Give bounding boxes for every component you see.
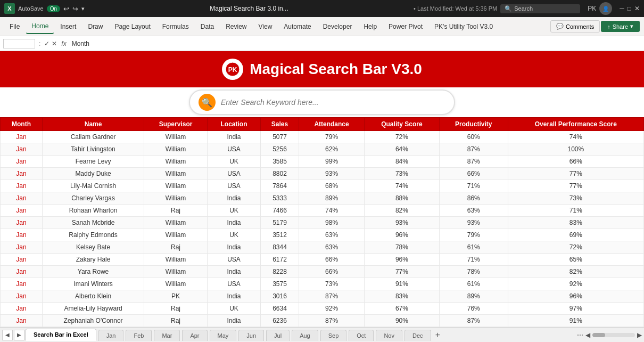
cell-r6-c8[interactable]: 71% [508,205,643,217]
cell-r4-c5[interactable]: 68% [299,180,365,192]
cell-r10-c4[interactable]: 6172 [260,254,299,266]
cell-r14-c7[interactable]: 76% [439,303,508,315]
tab-pk-utility[interactable]: PK's Utility Tool V3.0 [429,20,498,34]
cell-r12-c7[interactable]: 61% [439,278,508,290]
cell-r11-c6[interactable]: 77% [364,266,439,278]
tab-options-icon[interactable]: ⋯ [577,331,583,339]
tab-home[interactable]: Home [26,19,54,34]
cell-r4-c7[interactable]: 71% [439,180,508,192]
cell-r14-c4[interactable]: 6634 [260,303,299,315]
cell-r15-c2[interactable]: Raj [144,315,208,327]
cell-r10-c7[interactable]: 71% [439,254,508,266]
cell-r12-c4[interactable]: 3575 [260,278,299,290]
tab-view[interactable]: View [253,20,278,34]
cell-r3-c3[interactable]: USA [208,168,261,180]
cell-r9-c4[interactable]: 8344 [260,241,299,254]
cell-r2-c0[interactable]: Jan [1,156,43,168]
cell-r15-c5[interactable]: 87% [299,315,365,327]
col-header-overall-performance-score[interactable]: Overall Performance Score [508,118,643,131]
cell-r9-c0[interactable]: Jan [1,241,43,254]
sheet-tab-jul[interactable]: Jul [266,330,290,341]
cell-r15-c6[interactable]: 90% [364,315,439,327]
cell-r3-c2[interactable]: William [144,168,208,180]
cell-r15-c4[interactable]: 6236 [260,315,299,327]
cell-r3-c0[interactable]: Jan [1,168,43,180]
cell-r10-c5[interactable]: 66% [299,254,365,266]
cell-r9-c7[interactable]: 61% [439,241,508,254]
cell-r8-c6[interactable]: 96% [364,229,439,241]
cell-r6-c6[interactable]: 82% [364,205,439,217]
sheet-tab-apr[interactable]: Apr [182,330,207,341]
formula-check-icon[interactable]: ✓ [44,40,49,47]
sheet-tab-feb[interactable]: Feb [126,330,152,341]
cell-r4-c4[interactable]: 7864 [260,180,299,192]
cell-r9-c1[interactable]: Kelsey Bate [43,241,144,254]
cell-r1-c0[interactable]: Jan [1,143,43,156]
redo-icon[interactable]: ↪ [72,5,78,13]
cell-r14-c3[interactable]: UK [208,303,261,315]
cell-r7-c1[interactable]: Sanah Mcbride [43,217,144,229]
cell-r4-c6[interactable]: 74% [364,180,439,192]
cell-r7-c6[interactable]: 93% [364,217,439,229]
cell-r7-c8[interactable]: 83% [508,217,643,229]
cell-r0-c3[interactable]: India [208,131,261,143]
cell-r12-c8[interactable]: 92% [508,278,643,290]
cell-r7-c7[interactable]: 93% [439,217,508,229]
cell-r13-c0[interactable]: Jan [1,290,43,303]
cell-r0-c1[interactable]: Callam Gardner [43,131,144,143]
sheet-tab-aug[interactable]: Aug [292,330,318,341]
cell-r2-c8[interactable]: 66% [508,156,643,168]
tab-draw[interactable]: Draw [82,20,108,34]
comments-button[interactable]: 💬 Comments [550,20,600,32]
cell-r1-c5[interactable]: 62% [299,143,365,156]
cell-r6-c5[interactable]: 74% [299,205,365,217]
sheet-tab-jun[interactable]: Jun [238,330,264,341]
col-header-month[interactable]: Month [1,118,43,131]
col-header-attendance[interactable]: Attendance [299,118,365,131]
cell-r6-c3[interactable]: UK [208,205,261,217]
title-search-box[interactable]: 🔍 Search [500,4,580,13]
cell-r2-c6[interactable]: 84% [364,156,439,168]
cell-r11-c0[interactable]: Jan [1,266,43,278]
cell-r6-c1[interactable]: Rohaan Wharton [43,205,144,217]
cell-r11-c5[interactable]: 66% [299,266,365,278]
cell-r14-c1[interactable]: Amelia-Lily Hayward [43,303,144,315]
sheet-tab-oct[interactable]: Oct [349,330,374,341]
cell-r10-c3[interactable]: USA [208,254,261,266]
sheet-tab-sep[interactable]: Sep [320,330,347,341]
cell-r2-c7[interactable]: 87% [439,156,508,168]
cell-r14-c2[interactable]: Raj [144,303,208,315]
cell-r5-c0[interactable]: Jan [1,192,43,205]
cell-r5-c8[interactable]: 73% [508,192,643,205]
cell-r10-c1[interactable]: Zakary Hale [43,254,144,266]
cell-r4-c2[interactable]: William [144,180,208,192]
cell-r12-c3[interactable]: USA [208,278,261,290]
tab-next-btn[interactable]: ▶ [14,330,24,340]
cell-r8-c4[interactable]: 3512 [260,229,299,241]
cell-r12-c0[interactable]: Jan [1,278,43,290]
cell-r10-c8[interactable]: 65% [508,254,643,266]
tab-insert[interactable]: Insert [55,20,81,34]
sheet-tab-nov[interactable]: Nov [376,330,402,341]
cell-r12-c1[interactable]: Imani Winters [43,278,144,290]
cell-r11-c1[interactable]: Yara Rowe [43,266,144,278]
cell-r5-c3[interactable]: India [208,192,261,205]
close-btn[interactable]: ✕ [634,5,640,12]
horizontal-scrollbar[interactable] [592,333,635,337]
cell-r1-c8[interactable]: 100% [508,143,643,156]
cell-r14-c8[interactable]: 97% [508,303,643,315]
cell-r4-c3[interactable]: USA [208,180,261,192]
cell-r13-c8[interactable]: 96% [508,290,643,303]
cell-r1-c1[interactable]: Tahir Livingston [43,143,144,156]
cell-r2-c2[interactable]: William [144,156,208,168]
cell-r7-c4[interactable]: 5179 [260,217,299,229]
tab-formulas[interactable]: Formulas [157,20,194,34]
cell-r15-c3[interactable]: India [208,315,261,327]
col-header-quality-score[interactable]: Quality Score [364,118,439,131]
cell-r0-c7[interactable]: 60% [439,131,508,143]
formula-cancel-icon[interactable]: ✕ [52,40,57,47]
cell-r6-c2[interactable]: Raj [144,205,208,217]
cell-r2-c4[interactable]: 3585 [260,156,299,168]
tab-file[interactable]: File [4,20,25,34]
col-header-sales[interactable]: Sales [260,118,299,131]
